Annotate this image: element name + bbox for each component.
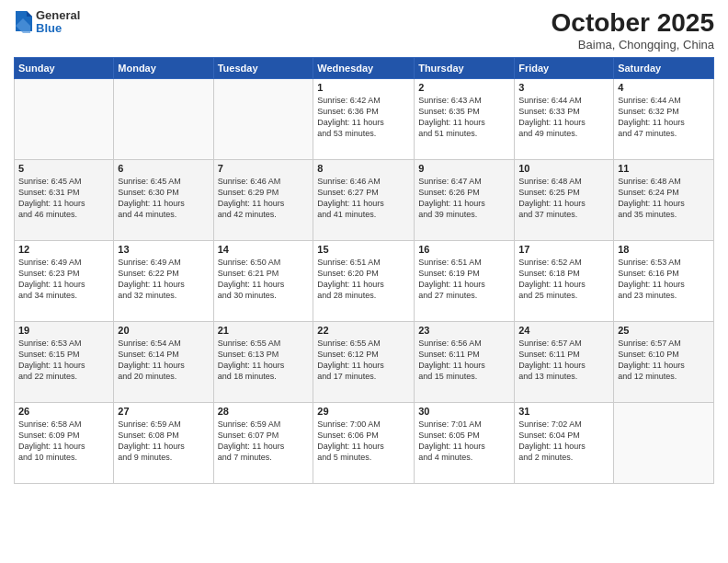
calendar-cell bbox=[614, 402, 714, 483]
calendar-cell: 9Sunrise: 6:47 AM Sunset: 6:26 PM Daylig… bbox=[415, 159, 515, 240]
day-number: 22 bbox=[317, 325, 410, 336]
day-info: Sunrise: 6:44 AM Sunset: 6:32 PM Dayligh… bbox=[618, 95, 710, 140]
page: General Blue October 2025 Baima, Chongqi… bbox=[0, 0, 728, 563]
day-number: 26 bbox=[18, 406, 109, 417]
calendar-cell: 27Sunrise: 6:59 AM Sunset: 6:08 PM Dayli… bbox=[114, 402, 213, 483]
calendar-cell: 22Sunrise: 6:55 AM Sunset: 6:12 PM Dayli… bbox=[313, 321, 415, 402]
calendar-week-1: 1Sunrise: 6:42 AM Sunset: 6:36 PM Daylig… bbox=[15, 78, 714, 159]
day-number: 29 bbox=[317, 406, 410, 417]
title-section: October 2025 Baima, Chongqing, China bbox=[552, 9, 714, 52]
header: General Blue October 2025 Baima, Chongqi… bbox=[14, 9, 714, 52]
calendar-cell: 18Sunrise: 6:53 AM Sunset: 6:16 PM Dayli… bbox=[614, 240, 714, 321]
day-number: 5 bbox=[18, 163, 109, 174]
day-info: Sunrise: 6:45 AM Sunset: 6:31 PM Dayligh… bbox=[18, 176, 109, 221]
calendar-week-2: 5Sunrise: 6:45 AM Sunset: 6:31 PM Daylig… bbox=[15, 159, 714, 240]
day-number: 20 bbox=[118, 325, 209, 336]
col-header-sunday: Sunday bbox=[15, 57, 114, 78]
day-number: 8 bbox=[317, 163, 410, 174]
calendar-week-3: 12Sunrise: 6:49 AM Sunset: 6:23 PM Dayli… bbox=[15, 240, 714, 321]
day-info: Sunrise: 6:49 AM Sunset: 6:23 PM Dayligh… bbox=[18, 257, 109, 302]
day-number: 9 bbox=[418, 163, 510, 174]
calendar-cell: 31Sunrise: 7:02 AM Sunset: 6:04 PM Dayli… bbox=[515, 402, 614, 483]
day-number: 31 bbox=[518, 406, 609, 417]
calendar-cell: 12Sunrise: 6:49 AM Sunset: 6:23 PM Dayli… bbox=[15, 240, 114, 321]
logo-general-text: General bbox=[36, 9, 80, 22]
day-number: 11 bbox=[618, 163, 710, 174]
calendar-cell: 17Sunrise: 6:52 AM Sunset: 6:18 PM Dayli… bbox=[515, 240, 614, 321]
calendar-cell: 16Sunrise: 6:51 AM Sunset: 6:19 PM Dayli… bbox=[415, 240, 515, 321]
day-number: 25 bbox=[618, 325, 710, 336]
day-info: Sunrise: 6:58 AM Sunset: 6:09 PM Dayligh… bbox=[18, 419, 109, 464]
day-number: 19 bbox=[18, 325, 109, 336]
month-title: October 2025 bbox=[552, 9, 714, 38]
calendar-cell: 4Sunrise: 6:44 AM Sunset: 6:32 PM Daylig… bbox=[614, 78, 714, 159]
day-info: Sunrise: 6:43 AM Sunset: 6:35 PM Dayligh… bbox=[418, 95, 510, 140]
calendar-cell: 3Sunrise: 6:44 AM Sunset: 6:33 PM Daylig… bbox=[515, 78, 614, 159]
day-number: 13 bbox=[118, 244, 209, 255]
day-info: Sunrise: 6:51 AM Sunset: 6:19 PM Dayligh… bbox=[418, 257, 510, 302]
location: Baima, Chongqing, China bbox=[552, 38, 714, 52]
calendar-cell bbox=[15, 78, 114, 159]
day-number: 21 bbox=[218, 325, 310, 336]
day-number: 27 bbox=[118, 406, 209, 417]
calendar-week-4: 19Sunrise: 6:53 AM Sunset: 6:15 PM Dayli… bbox=[15, 321, 714, 402]
day-info: Sunrise: 6:49 AM Sunset: 6:22 PM Dayligh… bbox=[118, 257, 209, 302]
calendar-cell: 28Sunrise: 6:59 AM Sunset: 6:07 PM Dayli… bbox=[213, 402, 313, 483]
logo-text: General Blue bbox=[36, 9, 80, 36]
calendar-cell bbox=[114, 78, 213, 159]
day-number: 17 bbox=[518, 244, 609, 255]
calendar-cell: 11Sunrise: 6:48 AM Sunset: 6:24 PM Dayli… bbox=[614, 159, 714, 240]
day-number: 16 bbox=[418, 244, 510, 255]
calendar-cell: 2Sunrise: 6:43 AM Sunset: 6:35 PM Daylig… bbox=[415, 78, 515, 159]
day-info: Sunrise: 6:59 AM Sunset: 6:07 PM Dayligh… bbox=[218, 419, 310, 464]
day-info: Sunrise: 6:57 AM Sunset: 6:11 PM Dayligh… bbox=[518, 338, 609, 383]
calendar-cell bbox=[213, 78, 313, 159]
day-number: 12 bbox=[18, 244, 109, 255]
calendar-week-5: 26Sunrise: 6:58 AM Sunset: 6:09 PM Dayli… bbox=[15, 402, 714, 483]
day-info: Sunrise: 6:56 AM Sunset: 6:11 PM Dayligh… bbox=[418, 338, 510, 383]
day-info: Sunrise: 6:55 AM Sunset: 6:13 PM Dayligh… bbox=[218, 338, 310, 383]
calendar-cell: 15Sunrise: 6:51 AM Sunset: 6:20 PM Dayli… bbox=[313, 240, 415, 321]
day-info: Sunrise: 6:42 AM Sunset: 6:36 PM Dayligh… bbox=[317, 95, 410, 140]
day-number: 15 bbox=[317, 244, 410, 255]
calendar-cell: 6Sunrise: 6:45 AM Sunset: 6:30 PM Daylig… bbox=[114, 159, 213, 240]
logo: General Blue bbox=[14, 9, 80, 36]
day-number: 4 bbox=[618, 82, 710, 93]
calendar-cell: 5Sunrise: 6:45 AM Sunset: 6:31 PM Daylig… bbox=[15, 159, 114, 240]
day-number: 3 bbox=[518, 82, 609, 93]
day-info: Sunrise: 6:53 AM Sunset: 6:16 PM Dayligh… bbox=[618, 257, 710, 302]
logo-blue-text: Blue bbox=[36, 22, 80, 35]
day-info: Sunrise: 7:00 AM Sunset: 6:06 PM Dayligh… bbox=[317, 419, 410, 464]
calendar-cell: 25Sunrise: 6:57 AM Sunset: 6:10 PM Dayli… bbox=[614, 321, 714, 402]
calendar-cell: 19Sunrise: 6:53 AM Sunset: 6:15 PM Dayli… bbox=[15, 321, 114, 402]
day-info: Sunrise: 6:59 AM Sunset: 6:08 PM Dayligh… bbox=[118, 419, 209, 464]
calendar-header-row: SundayMondayTuesdayWednesdayThursdayFrid… bbox=[15, 57, 714, 78]
calendar-cell: 7Sunrise: 6:46 AM Sunset: 6:29 PM Daylig… bbox=[213, 159, 313, 240]
day-info: Sunrise: 6:57 AM Sunset: 6:10 PM Dayligh… bbox=[618, 338, 710, 383]
day-info: Sunrise: 7:02 AM Sunset: 6:04 PM Dayligh… bbox=[518, 419, 609, 464]
day-number: 2 bbox=[418, 82, 510, 93]
calendar-cell: 8Sunrise: 6:46 AM Sunset: 6:27 PM Daylig… bbox=[313, 159, 415, 240]
day-info: Sunrise: 6:54 AM Sunset: 6:14 PM Dayligh… bbox=[118, 338, 209, 383]
calendar-cell: 13Sunrise: 6:49 AM Sunset: 6:22 PM Dayli… bbox=[114, 240, 213, 321]
day-info: Sunrise: 7:01 AM Sunset: 6:05 PM Dayligh… bbox=[418, 419, 510, 464]
day-info: Sunrise: 6:46 AM Sunset: 6:27 PM Dayligh… bbox=[317, 176, 410, 221]
day-number: 24 bbox=[518, 325, 609, 336]
col-header-thursday: Thursday bbox=[415, 57, 515, 78]
calendar-cell: 23Sunrise: 6:56 AM Sunset: 6:11 PM Dayli… bbox=[415, 321, 515, 402]
logo-icon bbox=[14, 9, 34, 35]
calendar-cell: 24Sunrise: 6:57 AM Sunset: 6:11 PM Dayli… bbox=[515, 321, 614, 402]
day-info: Sunrise: 6:52 AM Sunset: 6:18 PM Dayligh… bbox=[518, 257, 609, 302]
day-info: Sunrise: 6:55 AM Sunset: 6:12 PM Dayligh… bbox=[317, 338, 410, 383]
day-number: 18 bbox=[618, 244, 710, 255]
col-header-tuesday: Tuesday bbox=[213, 57, 313, 78]
day-number: 30 bbox=[418, 406, 510, 417]
day-number: 10 bbox=[518, 163, 609, 174]
day-number: 6 bbox=[118, 163, 209, 174]
calendar-cell: 20Sunrise: 6:54 AM Sunset: 6:14 PM Dayli… bbox=[114, 321, 213, 402]
day-info: Sunrise: 6:45 AM Sunset: 6:30 PM Dayligh… bbox=[118, 176, 209, 221]
day-number: 7 bbox=[218, 163, 310, 174]
calendar-cell: 26Sunrise: 6:58 AM Sunset: 6:09 PM Dayli… bbox=[15, 402, 114, 483]
day-info: Sunrise: 6:47 AM Sunset: 6:26 PM Dayligh… bbox=[418, 176, 510, 221]
day-number: 1 bbox=[317, 82, 410, 93]
